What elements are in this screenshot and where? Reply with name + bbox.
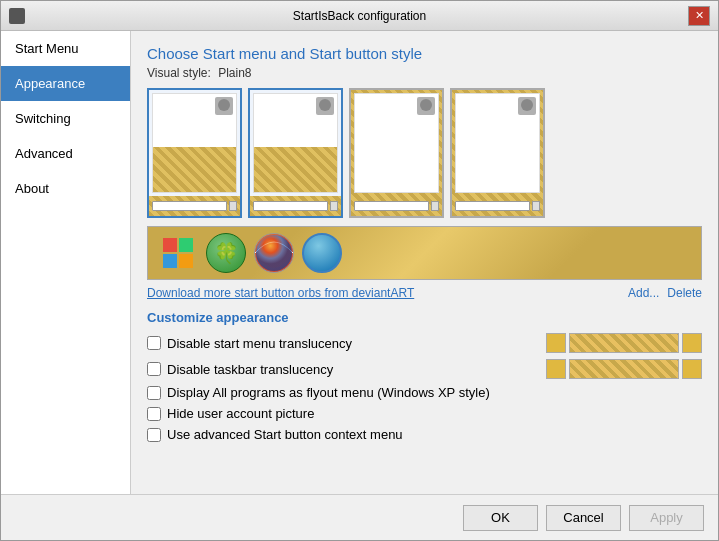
window-icon — [9, 8, 25, 24]
checkbox-row-2: Disable taskbar translucency — [147, 359, 702, 379]
checkbox-context-menu[interactable] — [147, 428, 161, 442]
checkbox-row-3: Display All programs as flyout menu (Win… — [147, 385, 702, 400]
color-options-1 — [546, 333, 702, 353]
sidebar-item-advanced[interactable]: Advanced — [1, 136, 130, 171]
title-bar: StartIsBack configuration ✕ — [1, 1, 718, 31]
apply-button[interactable]: Apply — [629, 505, 704, 531]
style-card-grid — [147, 88, 702, 218]
checkbox-label-4: Hide user account picture — [167, 406, 314, 421]
slider-1[interactable] — [569, 333, 679, 353]
color-options-2 — [546, 359, 702, 379]
orb-blue[interactable] — [302, 233, 342, 273]
style-card-1[interactable] — [147, 88, 242, 218]
sidebar-item-start-menu[interactable]: Start Menu — [1, 31, 130, 66]
visual-style-label: Visual style: Plain8 — [147, 66, 702, 80]
orb-clover[interactable]: 🍀 — [206, 233, 246, 273]
checkbox-row-4: Hide user account picture — [147, 406, 702, 421]
checkbox-taskbar-translucency[interactable] — [147, 362, 161, 376]
add-link[interactable]: Add... — [628, 286, 659, 300]
color-swatch-2b[interactable] — [682, 359, 702, 379]
customize-title: Customize appearance — [147, 310, 702, 325]
checkbox-label-5: Use advanced Start button context menu — [167, 427, 403, 442]
add-delete-links: Add... Delete — [628, 286, 702, 300]
svg-rect-1 — [179, 238, 193, 252]
orb-colorful[interactable] — [254, 233, 294, 273]
color-swatch-1[interactable] — [546, 333, 566, 353]
delete-link[interactable]: Delete — [667, 286, 702, 300]
main-panel: Choose Start menu and Start button style… — [131, 31, 718, 494]
section-heading: Choose Start menu and Start button style — [147, 45, 702, 62]
sidebar-item-appearance[interactable]: Appearance — [1, 66, 130, 101]
sidebar-item-about[interactable]: About — [1, 171, 130, 206]
footer: OK Cancel Apply — [1, 494, 718, 540]
svg-rect-0 — [163, 238, 177, 252]
color-swatch-1b[interactable] — [682, 333, 702, 353]
checkbox-translucency[interactable] — [147, 336, 161, 350]
content-area: Start Menu Appearance Switching Advanced… — [1, 31, 718, 494]
checkbox-row-1: Disable start menu translucency — [147, 333, 702, 353]
ok-button[interactable]: OK — [463, 505, 538, 531]
checkbox-flyout[interactable] — [147, 386, 161, 400]
color-swatch-2[interactable] — [546, 359, 566, 379]
cancel-button[interactable]: Cancel — [546, 505, 621, 531]
sidebar-item-switching[interactable]: Switching — [1, 101, 130, 136]
close-button[interactable]: ✕ — [688, 6, 710, 26]
checkbox-row-5: Use advanced Start button context menu — [147, 427, 702, 442]
style-card-4[interactable] — [450, 88, 545, 218]
sidebar: Start Menu Appearance Switching Advanced… — [1, 31, 131, 494]
checkbox-label-3: Display All programs as flyout menu (Win… — [167, 385, 490, 400]
style-card-3[interactable] — [349, 88, 444, 218]
deviant-link[interactable]: Download more start button orbs from dev… — [147, 286, 414, 300]
svg-rect-3 — [179, 254, 193, 268]
style-card-2[interactable] — [248, 88, 343, 218]
orb-strip: 🍀 — [147, 226, 702, 280]
svg-rect-2 — [163, 254, 177, 268]
slider-2[interactable] — [569, 359, 679, 379]
orb-windows-flag[interactable] — [158, 233, 198, 273]
svg-point-5 — [256, 235, 292, 271]
window-title: StartIsBack configuration — [31, 9, 688, 23]
orb-action-row: Download more start button orbs from dev… — [147, 286, 702, 300]
checkbox-hide-picture[interactable] — [147, 407, 161, 421]
checkbox-label-1: Disable start menu translucency — [167, 336, 540, 351]
checkbox-label-2: Disable taskbar translucency — [167, 362, 540, 377]
main-window: StartIsBack configuration ✕ Start Menu A… — [0, 0, 719, 541]
